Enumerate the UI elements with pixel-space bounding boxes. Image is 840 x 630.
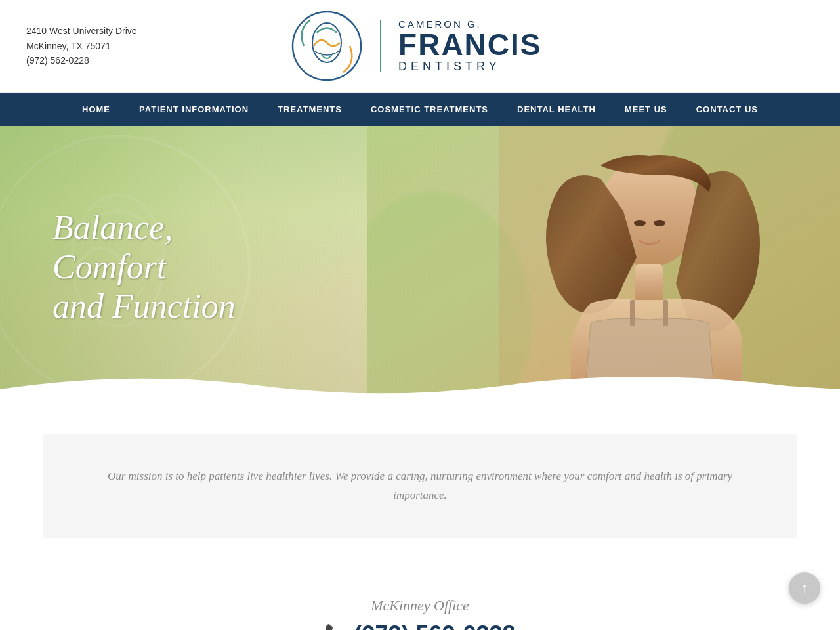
hero-line3: and Function — [52, 287, 236, 325]
site-header: 2410 West University Drive McKinney, TX … — [0, 0, 840, 93]
logo-dentistry: DENTISTRY — [398, 60, 541, 74]
nav-patient-information[interactable]: PATIENT INFORMATION — [125, 93, 263, 126]
logo-icon[interactable] — [291, 10, 363, 82]
office-section: McKinney Office 📞 (972) 562-0228 — [0, 571, 840, 630]
logo-francis: FRANCIS — [398, 30, 541, 60]
mission-section: Our mission is to help patients live hea… — [0, 408, 840, 571]
hero-text-block: Balance, Comfort and Function — [52, 208, 236, 326]
nav-cosmetic-treatments[interactable]: COSMETIC TREATMENTS — [356, 93, 503, 126]
hero-line1: Balance, — [52, 209, 173, 246]
scroll-top-arrow: ↑ — [801, 581, 808, 595]
hero-section: Balance, Comfort and Function — [0, 126, 840, 408]
office-phone-block: 📞 (972) 562-0228 — [13, 621, 827, 630]
phone-icon: 📞 — [324, 623, 347, 630]
hero-wave — [0, 369, 840, 408]
hero-headline: Balance, Comfort and Function — [52, 208, 236, 326]
nav-home[interactable]: HOME — [68, 93, 125, 126]
svg-point-0 — [293, 12, 361, 80]
logo-area: CAMERON G. FRANCIS DENTISTRY — [291, 10, 541, 82]
header-phone: (972) 562-0228 — [26, 53, 137, 68]
office-phone-number: (972) 562-0228 — [354, 621, 515, 630]
mission-box: Our mission is to help patients live hea… — [43, 434, 797, 538]
nav-meet-us[interactable]: MEET US — [610, 93, 682, 126]
nav-dental-health[interactable]: DENTAL HEALTH — [503, 93, 610, 126]
nav-treatments[interactable]: TREATMENTS — [263, 93, 356, 126]
address-block: 2410 West University Drive McKinney, TX … — [26, 24, 137, 68]
main-nav: HOME PATIENT INFORMATION TREATMENTS COSM… — [0, 93, 840, 126]
nav-contact-us[interactable]: CONTACT US — [682, 93, 772, 126]
logo-text: CAMERON G. FRANCIS DENTISTRY — [398, 18, 541, 74]
address-line1: 2410 West University Drive — [26, 24, 137, 38]
scroll-to-top-button[interactable]: ↑ — [789, 572, 820, 604]
mission-text: Our mission is to help patients live hea… — [95, 467, 745, 505]
office-name: McKinney Office — [13, 597, 827, 614]
address-line2: McKinney, TX 75071 — [26, 39, 137, 53]
hero-line2: Comfort — [52, 248, 166, 285]
logo-divider — [380, 20, 381, 72]
